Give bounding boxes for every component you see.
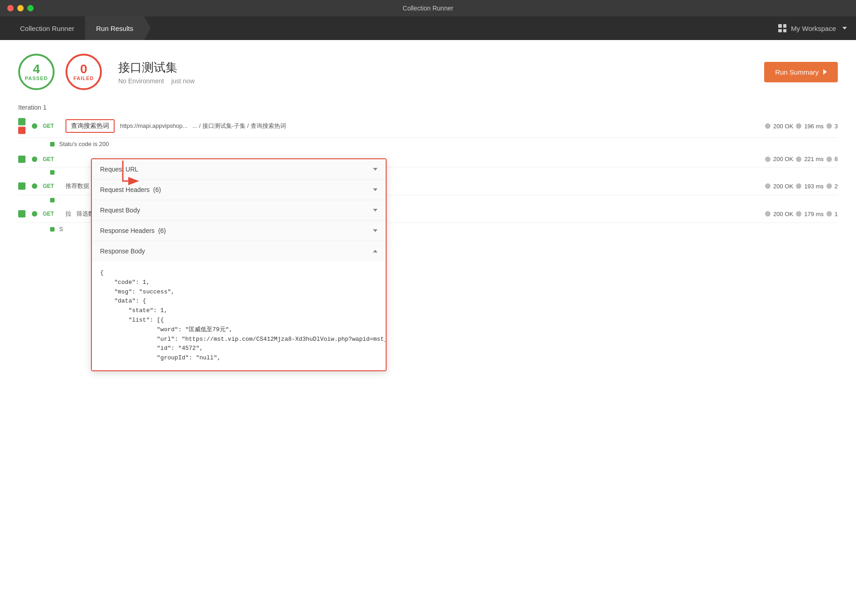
test-row: Statu's code is 200 [18, 138, 838, 150]
close-button[interactable] [7, 5, 14, 11]
window-controls [7, 5, 34, 11]
test-pass-icon-4 [50, 227, 55, 232]
side-indicator-green-2 [18, 156, 25, 163]
passed-circle: 4 PASSED [18, 54, 55, 90]
timestamp-label: just now [171, 77, 194, 85]
results-area: Iteration 1 GET 查询搜索热词 https://mapi.appv… [18, 104, 838, 235]
side-indicator-red [18, 127, 25, 134]
dropdown-section-header-request-url[interactable]: Request URL [92, 159, 386, 179]
dropdown-panel: Request URL Request Headers (6) Request … [91, 158, 387, 371]
dropdown-section-response-body: Response Body { "code": 1, "msg": "succe… [92, 241, 386, 370]
collection-name: 接口测试集 [118, 60, 195, 76]
section-title-request-url: Request URL [100, 166, 138, 173]
window-title: Collection Runner [403, 5, 453, 12]
test-label: Statu's code is 200 [59, 141, 109, 147]
response-body-content[interactable]: { "code": 1, "msg": "success", "data": {… [92, 261, 386, 370]
section-title-request-body: Request Body [100, 207, 140, 214]
arrow-right-icon [823, 69, 827, 75]
request-status-2: 200 OK 221 ms 8 [765, 156, 838, 162]
dropdown-section-header-response-body[interactable]: Response Body [92, 241, 386, 261]
chevron-down-icon [842, 27, 847, 30]
failed-circle: 0 FAILED [65, 54, 102, 90]
dropdown-section-request-url: Request URL [92, 159, 386, 180]
side-indicator-green-4 [18, 210, 25, 217]
method-badge: GET [43, 123, 60, 129]
side-indicator-green [18, 118, 25, 126]
dropdown-section-response-headers: Response Headers (6) [92, 221, 386, 241]
section-title-response-body: Response Body [100, 247, 145, 255]
chevron-up-icon [373, 250, 378, 252]
dropdown-section-header-request-headers[interactable]: Request Headers (6) [92, 180, 386, 200]
maximize-button[interactable] [27, 5, 34, 11]
run-summary-button[interactable]: Run Summary [764, 62, 838, 82]
minimize-button[interactable] [17, 5, 24, 11]
chevron-down-icon [373, 188, 378, 191]
collection-meta: No Environment just now [118, 77, 195, 85]
dropdown-section-request-body: Request Body [92, 200, 386, 221]
chevron-down-icon [373, 168, 378, 171]
nav-item-collection-runner[interactable]: Collection Runner [9, 16, 85, 40]
chevron-down-icon [373, 209, 378, 212]
environment-label: No Environment [118, 77, 164, 85]
status-dot-4 [32, 211, 37, 217]
dropdown-section-header-request-body[interactable]: Request Body [92, 200, 386, 220]
request-row[interactable]: GET 查询搜索热词 https://mapi.appvipshop... ..… [18, 115, 838, 138]
method-badge-2: GET [43, 156, 60, 162]
iteration-label: Iteration 1 [18, 104, 838, 111]
section-title-response-headers: Response Headers (6) [100, 227, 166, 234]
request-status-3: 200 OK 193 ms 2 [765, 183, 838, 190]
stats-row: 4 PASSED 0 FAILED 接口测试集 No Environment j… [18, 54, 838, 90]
status-dot [32, 123, 37, 129]
nav-bar: Collection Runner Run Results My Workspa… [0, 16, 856, 40]
request-url: https://mapi.appvipshop... ... / 接口测试集-子… [120, 122, 760, 130]
status-dot-3 [32, 183, 37, 189]
test-pass-icon-3 [50, 198, 55, 202]
request-name-highlighted: 查询搜索热词 [65, 119, 115, 133]
dropdown-section-request-headers: Request Headers (6) [92, 180, 386, 200]
method-badge-4: GET [43, 211, 60, 217]
section-title-request-headers: Request Headers (6) [100, 186, 161, 193]
collection-info: 接口测试集 No Environment just now [118, 60, 195, 85]
test-label-4: S [59, 226, 63, 232]
workspace-icon [778, 24, 786, 32]
request-status: 200 OK 196 ms 3 [765, 123, 838, 130]
status-dot-2 [32, 157, 37, 162]
title-bar: Collection Runner [0, 0, 856, 16]
test-pass-icon [50, 142, 55, 146]
nav-left: Collection Runner Run Results [9, 16, 144, 40]
request-status-4: 200 OK 179 ms 1 [765, 211, 838, 217]
method-badge-3: GET [43, 183, 60, 189]
chevron-down-icon [373, 229, 378, 232]
test-pass-icon-2 [50, 170, 55, 175]
workspace-selector[interactable]: My Workspace [778, 24, 847, 32]
side-indicator-green-3 [18, 182, 25, 190]
main-content: 4 PASSED 0 FAILED 接口测试集 No Environment j… [0, 40, 856, 616]
nav-item-run-results[interactable]: Run Results [85, 16, 144, 40]
dropdown-section-header-response-headers[interactable]: Response Headers (6) [92, 221, 386, 241]
